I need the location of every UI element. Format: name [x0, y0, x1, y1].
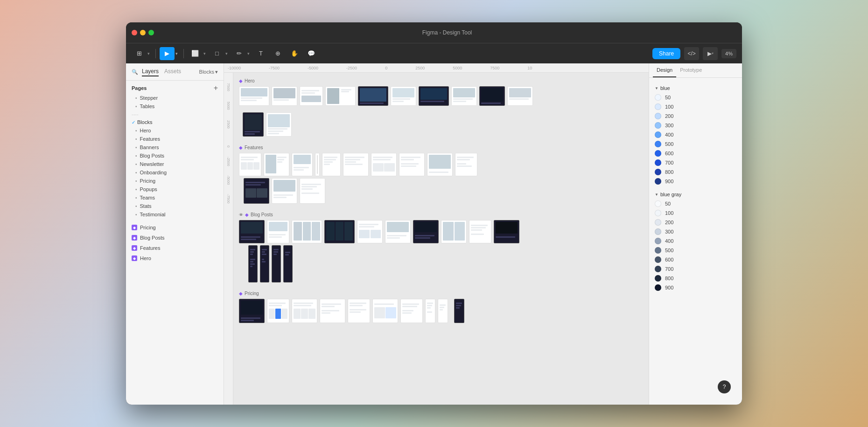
color-swatch-bg-row-50[interactable]: 50: [649, 199, 742, 208]
frame-tool[interactable]: ⬜: [188, 47, 203, 60]
color-swatch-row-900[interactable]: 900: [649, 177, 742, 186]
frame-thumb-dark[interactable]: [479, 86, 505, 106]
frame-thumb[interactable]: [315, 153, 320, 176]
frame-thumb[interactable]: [391, 86, 416, 106]
frame-thumb-dark[interactable]: [243, 112, 264, 137]
frame-thumb[interactable]: [292, 299, 317, 323]
maximize-button[interactable]: [148, 30, 154, 35]
frame-thumb[interactable]: [325, 86, 356, 106]
layer-item-onboarding[interactable]: • Onboarding: [126, 168, 224, 177]
frame-thumb[interactable]: [266, 112, 292, 137]
frame-thumb-dark[interactable]: [239, 220, 265, 243]
frame-thumb-dark[interactable]: [248, 245, 258, 282]
frame-thumb-dark[interactable]: [244, 178, 269, 204]
color-swatch-bg-row-200[interactable]: 200: [649, 218, 742, 227]
frame-thumb[interactable]: [267, 220, 289, 243]
color-swatch-row-800[interactable]: 800: [649, 167, 742, 177]
frame-thumb[interactable]: [400, 299, 423, 323]
frame-thumb[interactable]: [272, 178, 297, 204]
play-button[interactable]: ▶ ▾: [703, 47, 718, 60]
frame-thumb[interactable]: [322, 153, 341, 176]
frame-thumb[interactable]: [469, 220, 491, 243]
layer-item-teams[interactable]: • Teams: [126, 193, 224, 202]
page-hero[interactable]: ◆ Hero: [126, 253, 224, 263]
comment-tool[interactable]: 💬: [304, 47, 319, 60]
layer-item-features[interactable]: • Features: [126, 135, 224, 143]
add-page-button[interactable]: +: [214, 84, 218, 92]
frame-thumb[interactable]: [385, 220, 411, 243]
color-swatch-row-700[interactable]: 700: [649, 158, 742, 167]
frame-thumb[interactable]: [399, 153, 425, 176]
color-swatch-row-600[interactable]: 600: [649, 149, 742, 158]
color-swatch-bg-row-400[interactable]: 400: [649, 236, 742, 246]
color-swatch-bg-row-100[interactable]: 100: [649, 208, 742, 218]
frame-thumb[interactable]: [357, 220, 383, 243]
help-button[interactable]: ?: [718, 380, 731, 393]
pen-tool[interactable]: ✏: [231, 47, 246, 60]
frame-thumb[interactable]: [507, 86, 533, 106]
frame-thumb-dark[interactable]: [454, 299, 464, 323]
frame-thumb[interactable]: [320, 299, 345, 323]
layer-item-popups[interactable]: • Popups: [126, 185, 224, 193]
frame-thumb-dark[interactable]: [358, 86, 388, 106]
frame-thumb[interactable]: [438, 299, 448, 323]
zoom-control[interactable]: 4%: [721, 49, 736, 58]
frame-thumb[interactable]: [292, 153, 313, 176]
close-button[interactable]: [132, 30, 137, 35]
layer-item-tables[interactable]: • Tables: [126, 102, 224, 110]
frame-thumb[interactable]: [348, 299, 370, 323]
frame-thumb[interactable]: [371, 153, 397, 176]
frame-thumb-dark[interactable]: [413, 220, 439, 243]
layer-item-banners[interactable]: • Banners: [126, 143, 224, 152]
frame-thumb[interactable]: [372, 299, 398, 323]
frame-thumb-dark[interactable]: [283, 245, 293, 282]
frame-thumb[interactable]: [451, 86, 477, 106]
frame-thumb-dark[interactable]: [260, 245, 269, 282]
frame-thumb-dark[interactable]: [419, 86, 449, 106]
page-blog-posts[interactable]: ◆ Blog Posts: [126, 233, 224, 243]
tab-assets[interactable]: Assets: [164, 67, 181, 76]
select-tool[interactable]: ▶: [160, 47, 175, 60]
canvas-area[interactable]: -10000 -7500 -5000 -2500 0 2500 5000 750…: [224, 63, 649, 405]
color-swatch-bg-row-300[interactable]: 300: [649, 227, 742, 236]
layer-item-pricing[interactable]: • Pricing: [126, 177, 224, 185]
layer-item-newsletter[interactable]: • Newsletter: [126, 160, 224, 168]
color-swatch-row-100[interactable]: 100: [649, 102, 742, 111]
color-section-header-blue-gray[interactable]: ▼ blue gray: [649, 190, 742, 199]
frame-thumb[interactable]: [343, 153, 369, 176]
frame-thumb-dark[interactable]: [272, 245, 281, 282]
text-tool[interactable]: T: [253, 47, 268, 60]
page-pricing[interactable]: ◆ Pricing: [126, 222, 224, 233]
layer-item-stepper[interactable]: • Stepper: [126, 94, 224, 102]
frame-thumb[interactable]: [425, 299, 435, 323]
frame-thumb[interactable]: [292, 220, 322, 243]
shape-tool[interactable]: □: [210, 47, 224, 60]
color-swatch-row-200[interactable]: 200: [649, 111, 742, 121]
frame-thumb-dark[interactable]: [239, 299, 265, 323]
code-button[interactable]: </>: [684, 47, 699, 60]
layer-item-hero[interactable]: • Hero: [126, 126, 224, 135]
frame-thumb[interactable]: [455, 153, 477, 176]
layer-item-blog-posts[interactable]: • Blog Posts: [126, 152, 224, 160]
frame-thumb-dark[interactable]: [494, 220, 519, 243]
color-swatch-bg-row-700[interactable]: 700: [649, 264, 742, 274]
blocks-filter[interactable]: Blocks ▾: [199, 69, 218, 75]
frame-thumb[interactable]: [267, 299, 289, 323]
frame-thumb-dark[interactable]: [324, 220, 355, 243]
share-button[interactable]: Share: [652, 48, 680, 59]
color-section-header-blue[interactable]: ▼ blue: [649, 83, 742, 93]
color-swatch-row-50[interactable]: 50: [649, 93, 742, 102]
layer-group-blocks[interactable]: ✓ Blocks: [126, 118, 224, 126]
color-swatch-bg-row-500[interactable]: 500: [649, 246, 742, 255]
frame-thumb[interactable]: [300, 86, 323, 106]
tab-design[interactable]: Design: [653, 63, 676, 77]
color-swatch-bg-row-800[interactable]: 800: [649, 274, 742, 283]
frame-thumb[interactable]: [427, 153, 453, 176]
color-swatch-row-300[interactable]: 300: [649, 121, 742, 130]
minimize-button[interactable]: [140, 30, 146, 35]
color-swatch-row-400[interactable]: 400: [649, 130, 742, 139]
frame-thumb[interactable]: [441, 220, 467, 243]
color-swatch-bg-row-600[interactable]: 600: [649, 255, 742, 264]
layer-item-testimonial[interactable]: • Testimonial: [126, 210, 224, 219]
tab-prototype[interactable]: Prototype: [676, 63, 706, 77]
